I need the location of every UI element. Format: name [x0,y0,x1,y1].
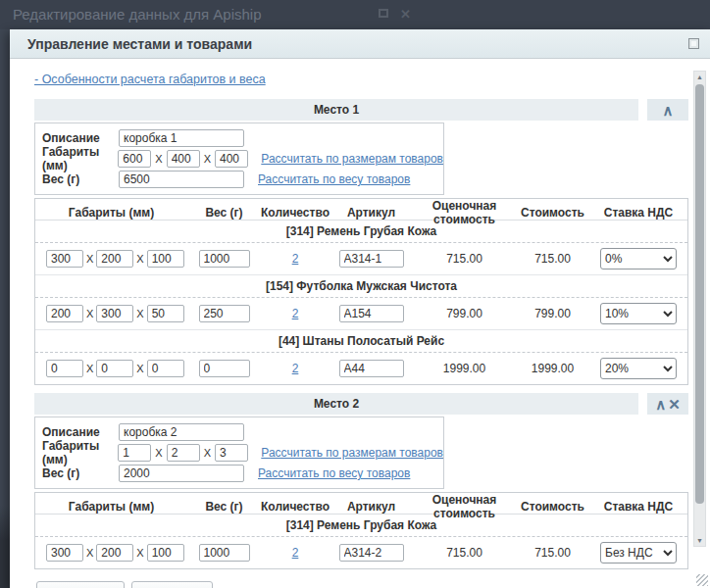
width-input[interactable] [167,150,200,168]
dim-separator: X [86,308,93,319]
reset-button[interactable]: Сбросить [131,581,213,588]
sku-input[interactable] [339,305,404,322]
calc-by-size-link[interactable]: Рассчитать по размерам товаров [261,446,443,460]
place-1-actions: ∧ [647,99,688,121]
dialog-title: Управление местами и товарами [27,36,252,52]
height-input[interactable] [215,444,248,462]
item-height-input[interactable] [147,360,184,377]
cost-value: 799.00 [516,307,589,320]
quantity-link[interactable]: 2 [292,362,299,375]
product-item: [314] Ремень Грубая Кожа XX 2 715.00 715… [35,220,687,275]
dim-separator: X [204,447,211,459]
item-width-input[interactable] [96,360,133,377]
col-header-weight: Вес (г) [187,206,261,220]
product-item: [314] Ремень Грубая Кожа XX 2 715.00 715… [35,514,687,568]
col-header-vat: Ставка НДС [589,206,687,220]
place-weight-input[interactable] [119,171,244,188]
collapse-icon[interactable]: ∧ [663,103,674,118]
dim-separator: X [136,547,143,559]
place-1-items-table: Габариты (мм) Вес (г) Количество Артикул… [34,198,688,385]
height-input[interactable] [215,150,248,168]
item-weight-input[interactable] [199,360,250,377]
dialog-maximize-icon[interactable] [688,38,699,49]
item-length-input[interactable] [46,360,83,377]
vat-select[interactable]: 0% [600,248,677,270]
dialog-footer: Сохранить Сбросить [36,581,710,588]
place-section-1: Место 1 ∧ Описание Габариты (мм) XX Расс… [34,99,688,385]
background-close-icon[interactable]: ✕ [400,9,411,20]
product-row: XX 2 715.00 715.00 0% [35,242,687,274]
calc-by-size-link[interactable]: Рассчитать по размерам товаров [261,152,443,166]
col-header-cost: Стоимость [516,500,589,514]
item-width-input[interactable] [96,305,133,322]
sku-input[interactable] [339,360,404,377]
item-height-input[interactable] [147,544,184,562]
col-header-vat: Ставка НДС [589,500,687,514]
calc-by-weight-link[interactable]: Рассчитать по весу товаров [258,172,410,186]
item-width-input[interactable] [96,250,133,268]
product-item: [154] Футболка Мужская Чистота XX 2 799.… [35,275,687,330]
place-2-actions: ∧ ✕ [647,393,688,415]
cost-value: 715.00 [516,252,589,266]
scroll-up-icon[interactable]: ▲ [694,72,705,82]
item-height-input[interactable] [147,305,184,322]
sku-input[interactable] [339,544,404,562]
resize-grip-icon[interactable] [696,574,708,586]
calc-by-weight-link[interactable]: Рассчитать по весу товаров [258,466,410,480]
item-width-input[interactable] [96,544,133,562]
place-weight-input[interactable] [119,465,244,482]
estimated-value: 715.00 [413,546,516,560]
dim-separator: X [136,308,143,319]
cost-value: 1999.00 [516,362,589,375]
dialog-header: Управление местами и товарами [10,29,710,59]
scroll-down-icon[interactable]: ▼ [694,535,705,546]
quantity-link[interactable]: 2 [292,546,299,560]
dim-separator: X [86,547,93,559]
vat-select[interactable]: 10% [600,303,677,324]
product-group-title: [154] Футболка Мужская Чистота [35,275,687,297]
product-group-title: [314] Ремень Грубая Кожа [35,220,687,242]
length-input[interactable] [118,150,151,168]
vertical-scrollbar[interactable]: ▲ ▼ [693,71,706,547]
estimated-value: 715.00 [413,252,516,266]
cost-value: 715.00 [516,546,589,560]
item-weight-input[interactable] [199,544,250,562]
length-input[interactable] [118,444,151,462]
item-length-input[interactable] [46,305,83,322]
col-header-cost: Стоимость [516,206,589,220]
scrollbar-thumb[interactable] [695,84,704,504]
weight-label: Вес (г) [42,172,119,186]
item-length-input[interactable] [46,544,83,562]
place-1-title: Место 1 [34,99,638,121]
weight-label: Вес (г) [42,466,119,480]
item-height-input[interactable] [147,250,184,268]
item-weight-input[interactable] [199,305,250,322]
product-row: XX 2 715.00 715.00 Без НДС [35,536,687,568]
quantity-link[interactable]: 2 [292,252,299,266]
item-weight-input[interactable] [199,250,250,268]
vat-select[interactable]: 20% [600,358,677,379]
estimated-value: 1999.00 [413,362,516,375]
features-toggle-link[interactable]: - Особенности расчета габаритов и веса [34,73,266,86]
remove-place-icon[interactable]: ✕ [668,397,681,412]
sku-input[interactable] [339,250,404,268]
place-2-form: Описание Габариты (мм) XX Рассчитать по … [34,416,444,489]
dimensions-label: Габариты (мм) [42,439,118,466]
dim-separator: X [136,363,143,374]
width-input[interactable] [167,444,200,462]
dim-separator: X [155,447,162,459]
col-header-dimensions: Габариты (мм) [35,206,187,220]
description-input[interactable] [119,129,244,147]
col-header-quantity: Количество [261,206,330,220]
item-length-input[interactable] [46,250,83,268]
quantity-link[interactable]: 2 [292,307,299,320]
vat-select[interactable]: Без НДС [600,542,677,564]
place-1-form: Описание Габариты (мм) XX Рассчитать по … [34,122,444,195]
place-2-title: Место 2 [34,393,638,415]
save-button[interactable]: Сохранить [36,581,125,588]
dim-separator: X [155,153,162,165]
collapse-icon[interactable]: ∧ [655,397,666,412]
place-2-header: Место 2 ∧ ✕ [34,393,688,415]
description-input[interactable] [119,423,244,441]
background-maximize-icon[interactable] [379,9,388,18]
